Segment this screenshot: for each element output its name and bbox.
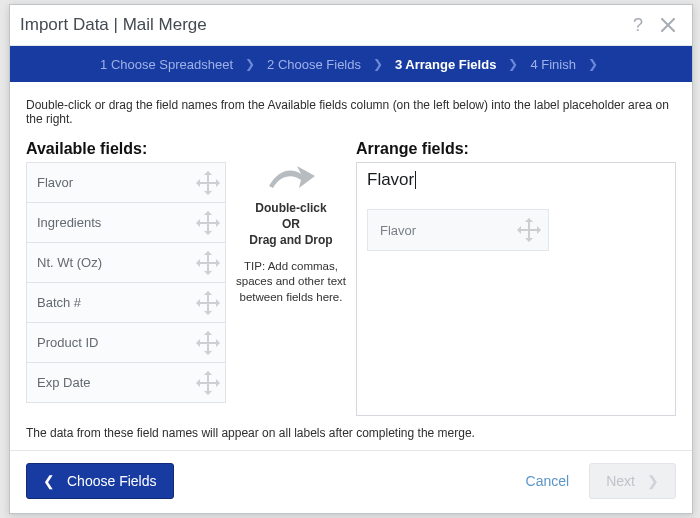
field-label: Product ID (37, 335, 199, 350)
arrange-text-input[interactable]: Flavor (367, 169, 665, 191)
available-field-item[interactable]: Flavor (27, 163, 225, 203)
dialog-body: Double-click or drag the field names fro… (10, 82, 692, 450)
chevron-right-icon: ❯ (500, 57, 526, 71)
arranged-field-chip[interactable]: Flavor (367, 209, 549, 251)
arrow-right-icon (265, 164, 317, 194)
cancel-button[interactable]: Cancel (510, 463, 586, 499)
titlebar: Import Data | Mail Merge ? (10, 5, 692, 46)
step-choose-fields[interactable]: 2 Choose Fields (263, 57, 365, 72)
available-field-item[interactable]: Batch # (27, 283, 225, 323)
dialog-title: Import Data | Mail Merge (20, 15, 620, 35)
chevron-left-icon: ❮ (43, 473, 55, 489)
chevron-right-icon: ❯ (237, 57, 263, 71)
chevron-right-icon: ❯ (647, 473, 659, 489)
instructions-text: Double-click or drag the field names fro… (26, 98, 676, 126)
drag-handle-icon (199, 214, 217, 232)
step-arrange-fields: 3 Arrange Fields (391, 57, 500, 72)
available-field-item[interactable]: Nt. Wt (Oz) (27, 243, 225, 283)
mid-instructions-strong: Double-click OR Drag and Drop (232, 200, 350, 249)
drag-handle-icon (199, 334, 217, 352)
mid-instructions-tip: TIP: Add commas, spaces and other text b… (232, 259, 350, 306)
step-bar: 1 Choose Spreadsheet ❯ 2 Choose Fields ❯… (10, 46, 692, 82)
field-label: Exp Date (37, 375, 199, 390)
field-label: Ingredients (37, 215, 199, 230)
chevron-right-icon: ❯ (365, 57, 391, 71)
next-button-label: Next (606, 473, 635, 489)
post-note-text: The data from these field names will app… (26, 426, 676, 440)
available-field-item[interactable]: Product ID (27, 323, 225, 363)
back-button[interactable]: ❮ Choose Fields (26, 463, 174, 499)
close-icon[interactable] (656, 13, 680, 37)
step-finish: 4 Finish (526, 57, 580, 72)
drag-handle-icon (199, 374, 217, 392)
field-label: Nt. Wt (Oz) (37, 255, 199, 270)
arrange-drop-area[interactable]: Flavor Flavor (356, 162, 676, 416)
back-button-label: Choose Fields (67, 473, 157, 489)
field-label: Batch # (37, 295, 199, 310)
chevron-right-icon: ❯ (580, 57, 606, 71)
cancel-button-label: Cancel (526, 473, 570, 489)
arrange-fields-header: Arrange fields: (356, 140, 469, 158)
drag-handle-icon (520, 221, 538, 239)
chip-label: Flavor (380, 223, 520, 238)
drag-handle-icon (199, 254, 217, 272)
drag-handle-icon (199, 174, 217, 192)
mail-merge-modal: Import Data | Mail Merge ? 1 Choose Spre… (9, 4, 693, 514)
drag-handle-icon (199, 294, 217, 312)
available-field-item[interactable]: Ingredients (27, 203, 225, 243)
step-choose-spreadsheet[interactable]: 1 Choose Spreadsheet (96, 57, 237, 72)
available-fields-header: Available fields: (26, 140, 356, 158)
field-label: Flavor (37, 175, 199, 190)
dialog-footer: ❮ Choose Fields Cancel Next ❯ (10, 450, 692, 513)
available-fields-list: Flavor Ingredients Nt. Wt (Oz) Batch # (26, 162, 226, 403)
next-button: Next ❯ (589, 463, 676, 499)
help-icon[interactable]: ? (626, 13, 650, 37)
available-field-item[interactable]: Exp Date (27, 363, 225, 403)
